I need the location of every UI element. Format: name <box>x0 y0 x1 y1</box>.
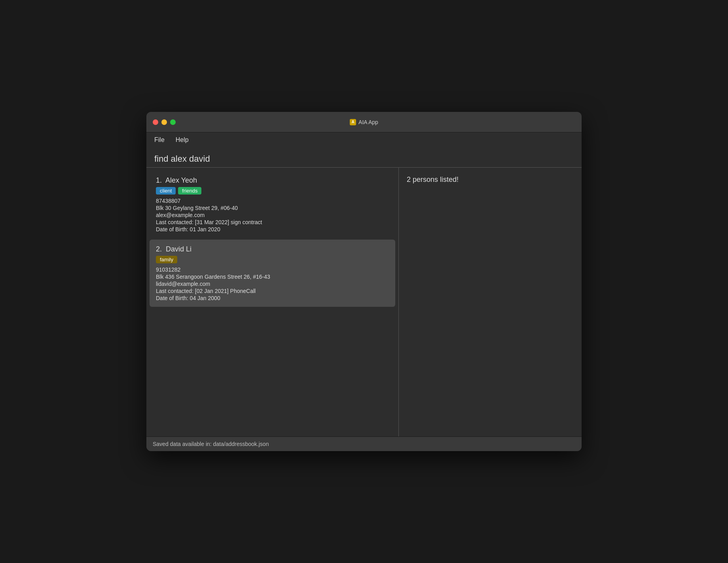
contact-card-1[interactable]: 1. Alex Yeoh client friends 87438807 Blk… <box>150 171 395 238</box>
search-bar <box>146 147 582 168</box>
app-window: A AIA App File Help 1. Alex Yeoh client … <box>146 112 582 451</box>
menu-bar: File Help <box>146 132 582 147</box>
contact-phone-2: 91031282 <box>156 266 389 273</box>
contact-address-2: Blk 436 Serangoon Gardens Street 26, #16… <box>156 274 389 280</box>
contact-last-1: Last contacted: [31 Mar 2022] sign contr… <box>156 219 389 225</box>
status-bar: Saved data available in: data/addressboo… <box>146 436 582 451</box>
contact-list: 1. Alex Yeoh client friends 87438807 Blk… <box>146 168 399 436</box>
contact-tags-2: family <box>156 256 389 263</box>
contact-dob-2: Date of Birth: 04 Jan 2000 <box>156 295 389 301</box>
contact-name-2: 2. David Li <box>156 245 389 253</box>
app-icon: A <box>350 119 356 125</box>
minimize-button[interactable] <box>161 119 167 125</box>
contact-phone-1: 87438807 <box>156 198 389 204</box>
search-input[interactable] <box>154 154 574 164</box>
status-text: Saved data available in: data/addressboo… <box>153 441 269 447</box>
contact-email-1: alex@example.com <box>156 212 389 218</box>
result-count: 2 persons listed! <box>407 176 574 184</box>
detail-panel: 2 persons listed! <box>399 168 582 436</box>
tag-family: family <box>156 256 177 263</box>
contact-address-1: Blk 30 Geylang Street 29, #06-40 <box>156 205 389 211</box>
maximize-button[interactable] <box>170 119 176 125</box>
contact-card-2[interactable]: 2. David Li family 91031282 Blk 436 Sera… <box>150 240 395 307</box>
main-content: 1. Alex Yeoh client friends 87438807 Blk… <box>146 168 582 436</box>
title-bar: A AIA App <box>146 112 582 132</box>
contact-tags-1: client friends <box>156 187 389 195</box>
close-button[interactable] <box>153 119 158 125</box>
menu-file[interactable]: File <box>153 136 166 144</box>
tag-friends: friends <box>178 187 201 195</box>
tag-client: client <box>156 187 176 195</box>
contact-dob-1: Date of Birth: 01 Jan 2020 <box>156 226 389 232</box>
window-title: A AIA App <box>350 119 378 125</box>
app-title-text: AIA App <box>358 119 378 125</box>
contact-last-2: Last contacted: [02 Jan 2021] PhoneCall <box>156 288 389 294</box>
traffic-lights <box>153 119 176 125</box>
menu-help[interactable]: Help <box>174 136 190 144</box>
contact-email-2: lidavid@example.com <box>156 281 389 287</box>
contact-name-1: 1. Alex Yeoh <box>156 176 389 185</box>
